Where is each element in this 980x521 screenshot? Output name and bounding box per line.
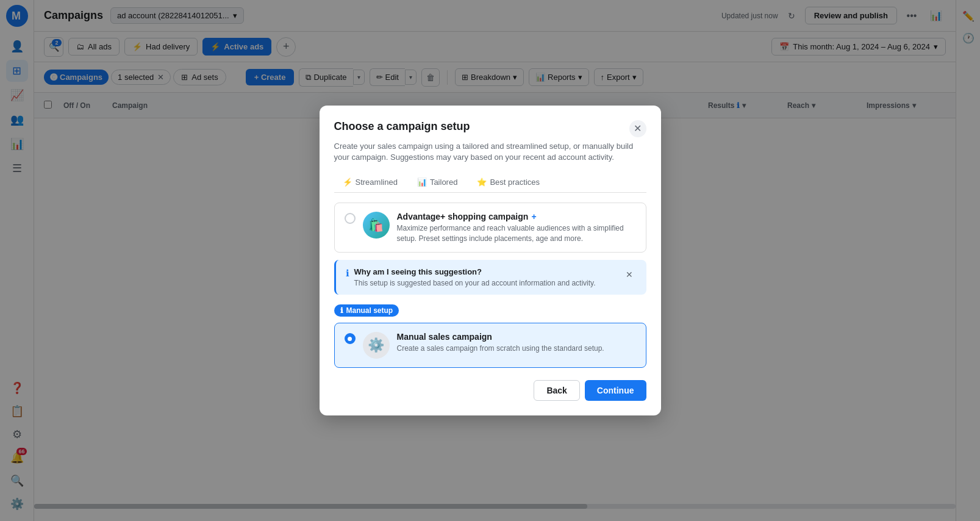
info-icon: ℹ bbox=[346, 268, 349, 279]
continue-button[interactable]: Continue bbox=[585, 380, 646, 401]
modal-overlay[interactable]: Choose a campaign setup ✕ Create your sa… bbox=[0, 0, 980, 521]
info-box-close-button[interactable]: ✕ bbox=[622, 267, 637, 282]
manual-campaign-info: Manual sales campaign Create a sales cam… bbox=[397, 332, 636, 354]
advantage-radio[interactable] bbox=[345, 213, 356, 224]
gear-icon: ⚙️ bbox=[368, 337, 384, 353]
info-box-title: Why am I seeing this suggestion? bbox=[354, 267, 617, 276]
manual-campaign-desc: Create a sales campaign from scratch usi… bbox=[397, 343, 636, 354]
modal-title: Choose a campaign setup bbox=[334, 120, 470, 133]
back-button[interactable]: Back bbox=[534, 380, 579, 401]
manual-campaign-title: Manual sales campaign bbox=[397, 332, 636, 342]
info-box-content: Why am I seeing this suggestion? This se… bbox=[354, 267, 617, 287]
manual-label-text: Manual setup bbox=[346, 306, 393, 315]
tailored-label: Tailored bbox=[430, 178, 458, 187]
streamlined-label: Streamlined bbox=[356, 178, 398, 187]
advantage-campaign-option[interactable]: 🛍️ Advantage+ shopping campaign + Maximi… bbox=[334, 203, 646, 253]
tab-streamlined[interactable]: ⚡ Streamlined bbox=[334, 173, 406, 193]
modal-subtitle: Create your sales campaign using a tailo… bbox=[334, 141, 646, 163]
modal-footer: Back Continue bbox=[334, 380, 646, 401]
streamlined-icon: ⚡ bbox=[343, 178, 352, 187]
tab-tailored[interactable]: 📊 Tailored bbox=[409, 173, 467, 193]
modal-header: Choose a campaign setup ✕ bbox=[334, 120, 646, 137]
info-box-text: This setup is suggested based on your ad… bbox=[354, 279, 617, 287]
tab-best-practices[interactable]: ⭐ Best practices bbox=[468, 173, 548, 193]
advantage-plus-badge: + bbox=[531, 212, 536, 221]
modal-tabs: ⚡ Streamlined 📊 Tailored ⭐ Best practice… bbox=[334, 173, 646, 193]
tailored-icon: 📊 bbox=[417, 178, 427, 187]
best-practices-label: Best practices bbox=[490, 178, 540, 187]
modal-close-button[interactable]: ✕ bbox=[629, 120, 646, 137]
info-small-icon: ℹ bbox=[340, 306, 343, 315]
advantage-campaign-icon: 🛍️ bbox=[363, 212, 390, 239]
best-practices-icon: ⭐ bbox=[477, 178, 487, 187]
manual-radio[interactable] bbox=[345, 333, 356, 344]
modal: Choose a campaign setup ✕ Create your sa… bbox=[320, 106, 661, 416]
manual-setup-label: ℹ Manual setup bbox=[334, 304, 399, 317]
manual-campaign-icon: ⚙️ bbox=[363, 332, 390, 359]
info-box: ℹ Why am I seeing this suggestion? This … bbox=[334, 260, 646, 295]
manual-campaign-option[interactable]: ⚙️ Manual sales campaign Create a sales … bbox=[334, 323, 646, 368]
advantage-campaign-title: Advantage+ shopping campaign + bbox=[397, 212, 636, 221]
advantage-campaign-desc: Maximize performance and reach valuable … bbox=[397, 223, 636, 244]
advantage-campaign-info: Advantage+ shopping campaign + Maximize … bbox=[397, 212, 636, 244]
